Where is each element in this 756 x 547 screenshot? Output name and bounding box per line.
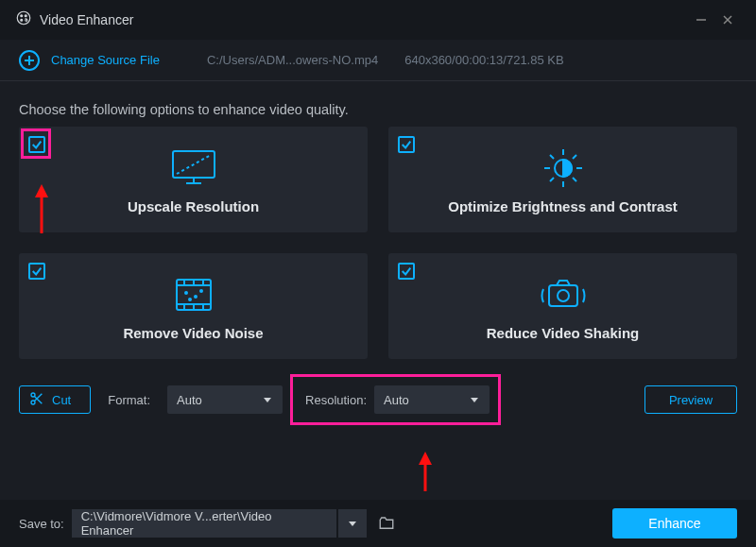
noise-checkbox[interactable]	[28, 263, 45, 280]
film-noise-icon	[171, 272, 216, 317]
brightness-checkbox[interactable]	[398, 136, 415, 153]
card-brightness-contrast[interactable]: Optimize Brightness and Contrast	[388, 127, 737, 232]
svg-line-19	[573, 178, 576, 181]
card-label: Remove Video Noise	[123, 325, 263, 341]
options-grid: Upscale Resolution Optimize Brightness a…	[0, 127, 756, 359]
title-bar: Video Enhancer	[0, 0, 756, 40]
change-source-link[interactable]: Change Source File	[51, 53, 160, 67]
card-remove-noise[interactable]: Remove Video Noise	[19, 253, 368, 359]
window-title: Video Enhancer	[40, 12, 133, 27]
svg-point-37	[31, 393, 35, 397]
format-label: Format:	[108, 393, 150, 407]
card-upscale-resolution[interactable]: Upscale Resolution	[19, 127, 368, 232]
enhance-button[interactable]: Enhance	[612, 508, 737, 538]
preview-button[interactable]: Preview	[644, 385, 737, 414]
svg-point-31	[185, 292, 187, 294]
save-to-label: Save to:	[19, 517, 64, 531]
svg-line-20	[550, 178, 554, 181]
source-bar: Change Source File C:/Users/ADM...owers-…	[0, 40, 756, 81]
svg-point-1	[21, 15, 23, 17]
source-path: C:/Users/ADM...owers-NO.mp4	[207, 53, 378, 67]
folder-icon	[378, 515, 395, 532]
brightness-icon	[541, 145, 586, 191]
add-source-button[interactable]	[19, 50, 40, 71]
source-info: 640x360/00:00:13/721.85 KB	[404, 53, 563, 67]
svg-marker-47	[419, 452, 432, 465]
upscale-checkbox[interactable]	[28, 136, 45, 153]
svg-marker-41	[264, 398, 271, 402]
intro-text: Choose the following options to enhance …	[0, 81, 756, 127]
open-folder-button[interactable]	[372, 509, 401, 538]
svg-point-34	[189, 299, 191, 300]
svg-line-18	[550, 155, 554, 159]
svg-marker-43	[349, 521, 356, 526]
chevron-down-icon	[469, 394, 480, 405]
svg-point-3	[21, 19, 23, 21]
minimize-button[interactable]	[688, 7, 714, 33]
resolution-group: Resolution: Auto	[296, 380, 495, 419]
close-button[interactable]	[714, 7, 741, 33]
svg-rect-35	[549, 285, 577, 306]
annotation-arrow-up	[414, 452, 437, 495]
cut-button[interactable]: Cut	[19, 385, 91, 414]
cut-label: Cut	[52, 393, 71, 407]
scissors-icon	[29, 391, 44, 409]
resolution-dropdown[interactable]: Auto	[374, 385, 490, 414]
svg-point-2	[25, 15, 26, 17]
card-label: Upscale Resolution	[128, 198, 259, 214]
bottom-bar: Save to: C:\Vidmore\Vidmore V...erter\Vi…	[0, 500, 756, 547]
svg-marker-42	[471, 398, 478, 402]
svg-point-38	[31, 401, 35, 404]
save-path-field[interactable]: C:\Vidmore\Vidmore V...erter\Video Enhan…	[72, 509, 336, 538]
svg-line-21	[573, 155, 576, 159]
shaking-checkbox[interactable]	[398, 263, 415, 280]
chevron-down-icon	[347, 518, 358, 529]
card-label: Optimize Brightness and Contrast	[448, 198, 678, 214]
card-reduce-shaking[interactable]: Reduce Video Shaking	[388, 253, 737, 359]
camera-shake-icon	[538, 272, 589, 317]
svg-point-32	[195, 296, 197, 298]
controls-row: Cut Format: Auto Resolution: Auto Previe…	[0, 359, 756, 419]
svg-point-33	[200, 290, 202, 292]
card-label: Reduce Video Shaking	[487, 325, 639, 341]
save-path-dropdown[interactable]	[338, 509, 367, 538]
resolution-label: Resolution:	[305, 393, 367, 407]
monitor-upscale-icon	[167, 145, 220, 191]
format-value: Auto	[177, 393, 202, 407]
palette-icon	[15, 9, 32, 30]
svg-point-0	[17, 11, 30, 25]
format-dropdown[interactable]: Auto	[167, 385, 283, 414]
chevron-down-icon	[262, 394, 273, 405]
svg-line-10	[177, 155, 211, 174]
svg-point-36	[558, 290, 569, 301]
resolution-value: Auto	[384, 393, 409, 407]
